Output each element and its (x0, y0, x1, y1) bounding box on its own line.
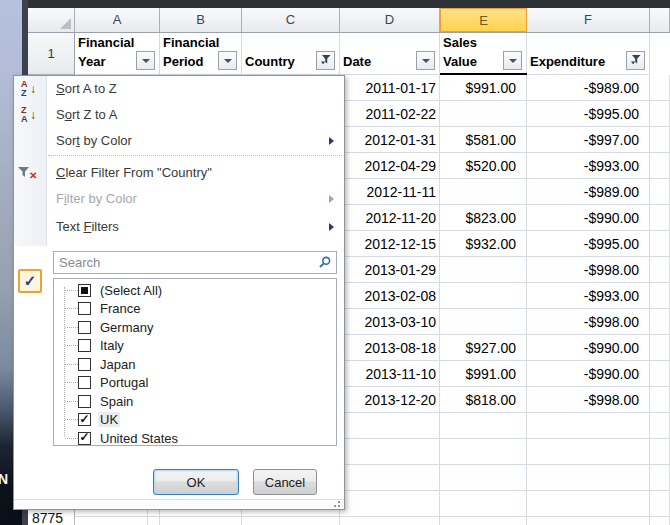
cell-expenditure[interactable]: -$998.00 (527, 309, 650, 334)
filter-dropdown-button-B[interactable] (218, 51, 237, 70)
cell-date[interactable] (340, 517, 440, 525)
cell-expenditure[interactable] (527, 491, 650, 516)
cell-g[interactable] (650, 231, 670, 256)
cell-sales-value[interactable]: $991.00 (440, 75, 527, 100)
cell-expenditure[interactable]: -$990.00 (527, 205, 650, 230)
cell-date[interactable]: 2012-04-29 (340, 153, 440, 178)
cell-expenditure[interactable] (527, 439, 650, 464)
cell-expenditure[interactable]: -$997.00 (527, 127, 650, 152)
filter-value-france[interactable]: France (54, 300, 336, 319)
checkbox-unchecked[interactable] (78, 321, 91, 334)
checkbox-unchecked[interactable] (78, 358, 91, 371)
filter-value-germany[interactable]: Germany (54, 318, 336, 337)
filter-dropdown-button-A[interactable] (136, 51, 155, 70)
cell-date[interactable]: 2012-11-20 (340, 205, 440, 230)
cell-date[interactable]: 2012-12-15 (340, 231, 440, 256)
menu-item-sort-z-to-a[interactable]: ZA↓Sort Z to A (14, 102, 344, 128)
checkbox-unchecked[interactable] (78, 302, 91, 315)
cell-date[interactable]: 2011-02-22 (340, 101, 440, 126)
column-header-C[interactable]: C (242, 8, 340, 32)
cell-sales-value[interactable] (440, 491, 527, 516)
search-input[interactable] (53, 251, 337, 274)
cell-sales-value[interactable] (440, 179, 527, 204)
filter-value-united-states[interactable]: ✓United States (54, 429, 336, 446)
column-header-E[interactable]: E (440, 8, 527, 32)
cell-sales-value[interactable]: $520.00 (440, 153, 527, 178)
column-header-B[interactable]: B (160, 8, 242, 32)
cell-g[interactable] (650, 517, 670, 525)
cell-sales-value[interactable] (440, 439, 527, 464)
row-header-1[interactable]: 1 (28, 33, 75, 75)
filter-active-button-C[interactable] (316, 51, 335, 70)
checkbox-checked[interactable]: ✓ (78, 413, 91, 426)
menu-item-text-filters[interactable]: Text Filters (14, 214, 344, 240)
cancel-button[interactable]: Cancel (253, 469, 317, 495)
cell-g[interactable] (650, 309, 670, 334)
column-header-F[interactable]: F (527, 8, 650, 32)
cell-expenditure[interactable] (527, 465, 650, 490)
cell-g[interactable] (650, 491, 670, 516)
cell-date[interactable]: 2013-11-10 (340, 361, 440, 386)
cell-sales-value[interactable] (440, 465, 527, 490)
cell-expenditure[interactable] (527, 413, 650, 438)
cell-sales-value[interactable]: $818.00 (440, 387, 527, 412)
menu-item-sort-a-to-z[interactable]: AZ↓Sort A to Z (14, 76, 344, 102)
cell-date[interactable] (340, 491, 440, 516)
cell-sales-value[interactable]: $927.00 (440, 335, 527, 360)
cell-date[interactable]: 2013-12-20 (340, 387, 440, 412)
filter-value-spain[interactable]: Spain (54, 392, 336, 411)
checkbox-unchecked[interactable] (78, 376, 91, 389)
checkbox-indeterminate[interactable] (78, 284, 91, 297)
cell-expenditure[interactable]: -$990.00 (527, 361, 650, 386)
filter-dropdown-button-D[interactable] (416, 51, 435, 70)
cell-sales-value[interactable] (440, 283, 527, 308)
select-all-corner[interactable] (28, 8, 75, 32)
column-header-A[interactable]: A (75, 8, 160, 32)
cell-date[interactable]: 2013-03-10 (340, 309, 440, 334)
menu-resize-bar[interactable] (14, 499, 344, 509)
cell-sales-value[interactable] (440, 413, 527, 438)
cell-expenditure[interactable] (527, 517, 650, 525)
cell-g[interactable] (650, 205, 670, 230)
cell-g[interactable] (650, 257, 670, 282)
filter-value-italy[interactable]: Italy (54, 337, 336, 356)
cell-sales-value[interactable] (440, 517, 527, 525)
cell-sales-value[interactable]: $823.00 (440, 205, 527, 230)
cell-g[interactable] (650, 439, 670, 464)
cell-g[interactable] (650, 335, 670, 360)
filter-dropdown-button-E[interactable] (503, 51, 522, 70)
cell-expenditure[interactable]: -$990.00 (527, 335, 650, 360)
ok-button[interactable]: OK (153, 469, 239, 495)
filter-value-uk[interactable]: ✓UK (54, 411, 336, 430)
cell-expenditure[interactable]: -$989.00 (527, 75, 650, 100)
filter-value-select-all[interactable]: (Select All) (54, 281, 336, 300)
filter-value-list[interactable]: (Select All)FranceGermanyItalyJapanPortu… (53, 278, 337, 446)
checkbox-unchecked[interactable] (78, 339, 91, 352)
cell-c[interactable] (242, 517, 340, 525)
cell-g[interactable] (650, 153, 670, 178)
cell-date[interactable]: 2013-01-29 (340, 257, 440, 282)
cell-sales-value[interactable]: $932.00 (440, 231, 527, 256)
cell-expenditure[interactable]: -$995.00 (527, 231, 650, 256)
cell-g[interactable] (650, 283, 670, 308)
cell-expenditure[interactable]: -$989.00 (527, 179, 650, 204)
cell-date[interactable]: 2011-01-17 (340, 75, 440, 100)
menu-item-sort-by-color[interactable]: Sort by Color (14, 128, 344, 154)
cell-sales-value[interactable]: $581.00 (440, 127, 527, 152)
checkmark-button[interactable]: ✓ (18, 269, 42, 293)
cell-date[interactable] (340, 465, 440, 490)
column-header-D[interactable]: D (340, 8, 440, 32)
column-header-partial[interactable] (650, 8, 670, 32)
checkbox-unchecked[interactable] (78, 395, 91, 408)
cell-sales-value[interactable]: $991.00 (440, 361, 527, 386)
cell-expenditure[interactable]: -$995.00 (527, 101, 650, 126)
cell-sales-value[interactable] (440, 257, 527, 282)
cell-g[interactable] (650, 127, 670, 152)
cell-g[interactable] (650, 465, 670, 490)
filter-active-button-F[interactable] (626, 51, 645, 70)
cell-g[interactable] (650, 75, 670, 100)
cell-date[interactable]: 2013-08-18 (340, 335, 440, 360)
filter-value-portugal[interactable]: Portugal (54, 374, 336, 393)
checkbox-checked[interactable]: ✓ (78, 432, 91, 445)
cell-date[interactable] (340, 413, 440, 438)
